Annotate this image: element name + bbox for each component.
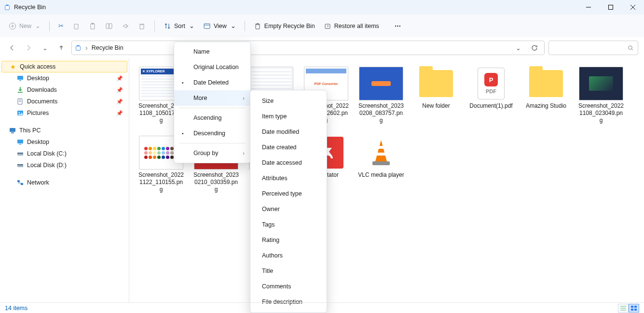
file-item[interactable]: New folder bbox=[413, 67, 459, 124]
large-icons-view-button[interactable] bbox=[629, 304, 639, 313]
file-item[interactable]: PPDFDocument(1).pdf bbox=[468, 67, 514, 124]
empty-recycle-bin-button[interactable]: Empty Recycle Bin bbox=[250, 19, 319, 33]
menu-item[interactable]: Group by› bbox=[174, 145, 250, 161]
svg-rect-3 bbox=[609, 5, 613, 10]
svg-point-33 bbox=[19, 112, 20, 114]
rename-button[interactable] bbox=[101, 19, 117, 33]
menu-item[interactable]: Tags bbox=[250, 217, 327, 232]
menu-item-label: Original Location bbox=[193, 64, 239, 71]
monitor-icon bbox=[9, 127, 16, 134]
menu-item[interactable]: Perceived type bbox=[250, 186, 327, 201]
file-item[interactable]: Amazing Studio bbox=[523, 67, 569, 124]
bullet-icon: • bbox=[182, 80, 184, 85]
back-button[interactable] bbox=[6, 42, 18, 54]
sort-label: Sort bbox=[174, 23, 185, 29]
menu-item[interactable]: Authors bbox=[250, 248, 327, 263]
file-item[interactable]: Screenshot_20221108_023049.png bbox=[578, 67, 624, 124]
restore-all-button[interactable]: Restore all items bbox=[320, 19, 383, 33]
file-item[interactable]: VLC media player bbox=[358, 136, 404, 193]
paste-button[interactable] bbox=[85, 19, 100, 33]
menu-item-label: Comments bbox=[262, 283, 291, 290]
menu-item[interactable]: Owner bbox=[250, 201, 327, 217]
menu-item-label: Group by bbox=[193, 150, 218, 156]
menu-item-label: Title bbox=[262, 268, 273, 274]
svg-point-40 bbox=[22, 154, 23, 155]
pin-icon: 📌 bbox=[116, 87, 123, 93]
refresh-button[interactable] bbox=[528, 44, 541, 51]
delete-button[interactable] bbox=[134, 19, 150, 33]
search-input[interactable] bbox=[548, 41, 638, 55]
sidebar-item[interactable]: Desktop📌 bbox=[0, 72, 129, 84]
svg-rect-16 bbox=[204, 24, 210, 28]
svg-rect-23 bbox=[77, 45, 79, 46]
cut-button[interactable]: ✂ bbox=[55, 19, 68, 32]
sort-more-submenu: SizeItem typeDate modifiedDate createdDa… bbox=[250, 90, 327, 313]
recent-locations-button[interactable]: ⌄ bbox=[39, 42, 51, 54]
svg-rect-18 bbox=[256, 25, 260, 29]
forward-button[interactable] bbox=[22, 42, 35, 54]
sidebar-item[interactable]: Local Disk (C:) bbox=[0, 148, 129, 159]
menu-item[interactable]: Original Location bbox=[174, 59, 250, 75]
menu-item[interactable]: Comments bbox=[250, 279, 327, 294]
menu-item[interactable]: Ascending bbox=[174, 110, 250, 126]
menu-item[interactable]: Attributes bbox=[250, 171, 327, 186]
file-label: Screenshot_20221108_023049.png bbox=[578, 102, 624, 124]
file-label: VLC media player bbox=[358, 171, 404, 179]
menu-item-label: Ascending bbox=[193, 114, 221, 121]
menu-item[interactable]: •Date Deleted bbox=[174, 75, 250, 90]
more-button[interactable]: ⋯ bbox=[391, 19, 406, 32]
sidebar-item-label: Desktop bbox=[27, 75, 49, 82]
svg-rect-42 bbox=[17, 164, 23, 165]
picture-icon bbox=[16, 109, 24, 117]
svg-rect-55 bbox=[631, 309, 633, 311]
svg-rect-48 bbox=[377, 153, 385, 156]
view-button[interactable]: View ⌄ bbox=[199, 19, 240, 33]
menu-item[interactable]: Size bbox=[250, 93, 327, 109]
copy-button[interactable] bbox=[69, 19, 84, 33]
breadcrumb[interactable]: Recycle Bin ⌄ bbox=[71, 41, 545, 55]
svg-rect-47 bbox=[378, 146, 384, 149]
svg-rect-27 bbox=[19, 80, 21, 81]
sidebar-item[interactable]: Pictures📌 bbox=[0, 107, 129, 119]
file-item[interactable]: Screenshot_20230208_083757.png bbox=[358, 67, 404, 124]
svg-rect-11 bbox=[92, 23, 94, 24]
menu-item[interactable]: Name bbox=[174, 44, 250, 59]
menu-item[interactable]: •Descending bbox=[174, 126, 250, 141]
menu-item[interactable]: Date created bbox=[250, 140, 327, 155]
sidebar-item[interactable]: Documents📌 bbox=[0, 96, 129, 107]
minimize-button[interactable] bbox=[577, 0, 600, 14]
breadcrumb-item[interactable]: Recycle Bin bbox=[92, 44, 123, 51]
menu-item-label: Date modified bbox=[262, 128, 299, 135]
share-button[interactable] bbox=[118, 19, 133, 33]
file-label: Screenshot_20230210_030359.png bbox=[193, 171, 239, 193]
copy-icon bbox=[72, 22, 80, 30]
sidebar-item-quick-access[interactable]: ★ Quick access bbox=[1, 61, 127, 72]
item-count: 14 items bbox=[5, 305, 27, 312]
menu-item[interactable]: Date modified bbox=[250, 124, 327, 140]
close-button[interactable] bbox=[622, 0, 644, 14]
sort-button[interactable]: Sort ⌄ bbox=[160, 19, 198, 33]
maximize-button[interactable] bbox=[600, 0, 622, 14]
sidebar-item[interactable]: Downloads📌 bbox=[0, 84, 129, 96]
sidebar-item-this-pc[interactable]: This PC bbox=[0, 125, 129, 136]
menu-item[interactable]: Rating bbox=[250, 232, 327, 248]
sidebar-item[interactable]: Desktop bbox=[0, 136, 129, 148]
up-button[interactable] bbox=[55, 42, 68, 54]
ellipsis-icon: ⋯ bbox=[395, 22, 402, 29]
restore-label: Restore all items bbox=[334, 23, 379, 29]
sidebar-item[interactable]: Local Disk (D:) bbox=[0, 159, 129, 171]
status-bar: 14 items bbox=[0, 302, 644, 313]
new-button[interactable]: New ⌄ bbox=[5, 19, 44, 33]
svg-rect-56 bbox=[634, 309, 637, 311]
menu-item[interactable]: Title bbox=[250, 263, 327, 279]
sidebar-item-network[interactable]: Network bbox=[0, 177, 129, 188]
address-dropdown-button[interactable]: ⌄ bbox=[511, 44, 525, 52]
download-icon bbox=[16, 86, 24, 94]
network-icon bbox=[16, 179, 24, 186]
menu-item[interactable]: Date accessed bbox=[250, 155, 327, 171]
menu-item[interactable]: Item type bbox=[250, 109, 327, 124]
menu-item[interactable]: More› bbox=[174, 90, 250, 106]
pin-icon: 📌 bbox=[116, 75, 123, 82]
svg-rect-12 bbox=[106, 24, 109, 28]
details-view-button[interactable] bbox=[618, 304, 629, 313]
